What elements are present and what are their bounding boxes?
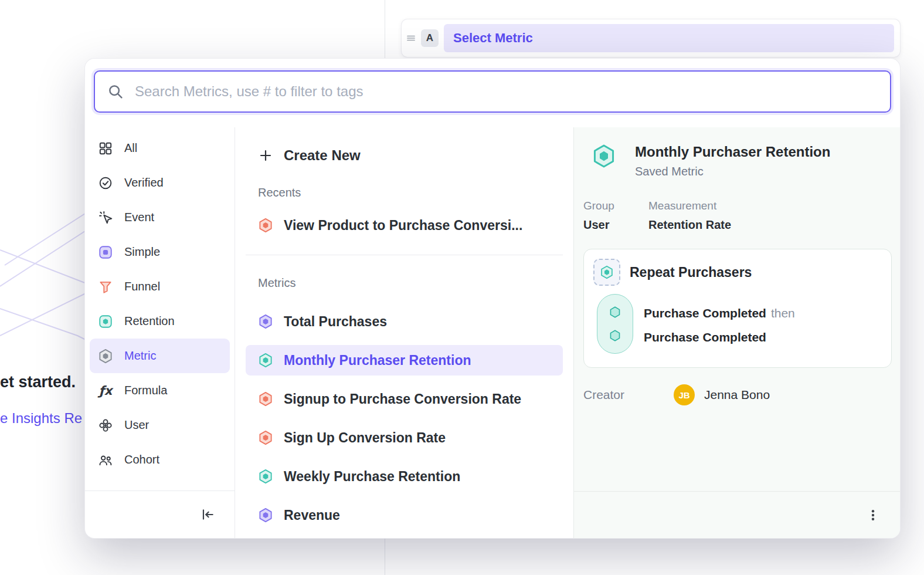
metrics-heading: Metrics	[258, 276, 563, 290]
metric-row-label: Weekly Purchase Retention	[284, 469, 460, 485]
measurement-value: Retention Rate	[648, 218, 731, 232]
sidebar-item-verified[interactable]: Verified	[90, 165, 230, 200]
metric-row-total-purchases[interactable]: Total Purchases	[246, 306, 563, 337]
sidebar-item-formula[interactable]: ƒx Formula	[90, 373, 230, 408]
sidebar-item-label: Funnel	[124, 280, 160, 293]
detail-header: Monthly Purchaser Retention Saved Metric	[592, 144, 830, 178]
metric-row-monthly-purchaser-retention[interactable]: Monthly Purchaser Retention	[246, 345, 563, 376]
funnel-metric-hex-icon	[258, 218, 273, 233]
funnel-metric-hex-icon	[258, 430, 273, 445]
step-hex-icon	[609, 329, 621, 342]
definition-icon-box	[593, 259, 620, 286]
metric-block-letter: A	[421, 29, 439, 47]
metric-row-weekly-purchase-retention[interactable]: Weekly Purchase Retention	[246, 461, 563, 492]
definition-title: Repeat Purchasers	[630, 265, 752, 280]
create-new-button[interactable]: Create New	[246, 140, 563, 171]
retention-metric-hex-icon	[592, 144, 616, 168]
simple-metric-hex-icon	[258, 508, 273, 523]
metric-row-label: Total Purchases	[284, 314, 387, 330]
metric-hexagon-icon	[98, 349, 113, 364]
search-input[interactable]	[134, 83, 878, 100]
verified-badge-icon	[98, 175, 113, 191]
sidebar-item-label: Formula	[124, 384, 167, 397]
measurement-label: Measurement	[648, 199, 731, 212]
sidebar-item-simple[interactable]: Simple	[90, 235, 230, 269]
group-label: Group	[583, 199, 637, 212]
list-divider	[246, 255, 563, 255]
search-bar	[94, 70, 891, 113]
sidebar-item-funnel[interactable]: Funnel	[90, 269, 230, 304]
select-metric-field[interactable]: Select Metric	[444, 24, 894, 52]
search-icon	[107, 83, 124, 100]
metric-row-label: Sign Up Conversion Rate	[284, 430, 446, 446]
vertical-ellipsis-icon	[866, 508, 880, 522]
sidebar-footer	[85, 491, 235, 538]
step-hex-icon	[609, 306, 621, 319]
plus-icon	[258, 148, 273, 163]
sidebar-item-user[interactable]: User	[90, 408, 230, 442]
sidebar-item-label: User	[124, 418, 149, 432]
sidebar-item-retention[interactable]: Retention	[90, 304, 230, 339]
simple-metric-icon	[98, 245, 113, 260]
metric-row-label: Signup to Purchase Conversion Rate	[284, 391, 521, 407]
metric-row-label: View Product to Purchase Conversi...	[284, 218, 522, 234]
sidebar-item-label: Metric	[124, 349, 156, 363]
screen: et started. e Insights Re A Select Metri…	[0, 0, 924, 575]
funnel-icon	[98, 279, 113, 295]
user-flower-icon	[98, 418, 113, 433]
create-new-label: Create New	[284, 147, 361, 164]
metric-row-label: Monthly Purchaser Retention	[284, 353, 471, 368]
creator-avatar: JB	[674, 384, 695, 405]
creator-label: Creator	[583, 388, 674, 402]
metric-picker-modal: All Verified	[85, 59, 900, 538]
metric-detail-panel: Monthly Purchaser Retention Saved Metric…	[573, 127, 900, 538]
sidebar-item-label: All	[124, 141, 137, 155]
funnel-metric-hex-icon	[258, 391, 273, 407]
sidebar-item-label: Retention	[124, 314, 175, 328]
collapse-sidebar-button[interactable]	[196, 503, 219, 526]
retention-metric-hex-icon	[600, 265, 614, 279]
metric-row-label: Revenue	[284, 508, 340, 523]
retention-steps-pill	[597, 294, 633, 354]
formula-icon: ƒx	[98, 383, 113, 398]
metric-definition-card: Repeat Purchasers Purchase Completed	[583, 249, 892, 368]
modal-columns: All Verified	[85, 127, 900, 538]
detail-meta: Group User Measurement Retention Rate	[583, 199, 743, 232]
definition-step: Purchase Completed then	[644, 301, 795, 325]
retention-metric-hex-icon	[258, 353, 273, 368]
drag-handle-icon[interactable]	[406, 33, 416, 43]
group-value: User	[583, 218, 637, 232]
sidebar-item-label: Simple	[124, 245, 160, 259]
insights-report-link[interactable]: e Insights Re	[0, 410, 82, 427]
recent-metric-row[interactable]: View Product to Purchase Conversi...	[246, 210, 563, 241]
metric-selector-bar: A Select Metric	[402, 19, 900, 57]
sidebar-item-cohort[interactable]: Cohort	[90, 442, 230, 477]
sidebar-item-event[interactable]: Event	[90, 200, 230, 235]
retention-icon	[98, 314, 113, 329]
metric-row-revenue[interactable]: Revenue	[246, 500, 563, 530]
event-cursor-icon	[98, 210, 113, 225]
metric-list-column: Create New Recents View Product to Purch…	[235, 127, 573, 538]
filter-sidebar: All Verified	[85, 127, 235, 538]
metric-row-signup-to-purchase[interactable]: Signup to Purchase Conversion Rate	[246, 384, 563, 414]
creator-name: Jenna Bono	[704, 388, 770, 402]
detail-type: Saved Metric	[635, 165, 830, 178]
metric-row-signup-conversion[interactable]: Sign Up Conversion Rate	[246, 422, 563, 453]
detail-title: Monthly Purchaser Retention	[635, 144, 830, 160]
retention-metric-hex-icon	[258, 469, 273, 484]
sidebar-item-label: Verified	[124, 176, 164, 190]
more-options-button[interactable]	[861, 503, 885, 527]
recents-heading: Recents	[258, 186, 563, 199]
sidebar-item-label: Event	[124, 211, 154, 224]
get-started-text: et started.	[0, 373, 76, 391]
creator-row: Creator JB Jenna Bono	[583, 384, 770, 405]
grid-icon	[98, 141, 113, 156]
cohort-people-icon	[98, 452, 113, 468]
definition-step: Purchase Completed	[644, 325, 795, 349]
sidebar-item-label: Cohort	[124, 453, 159, 466]
sidebar-item-metric[interactable]: Metric	[90, 339, 230, 373]
sidebar-item-all[interactable]: All	[90, 131, 230, 165]
simple-metric-hex-icon	[258, 314, 273, 329]
detail-footer	[574, 491, 900, 538]
